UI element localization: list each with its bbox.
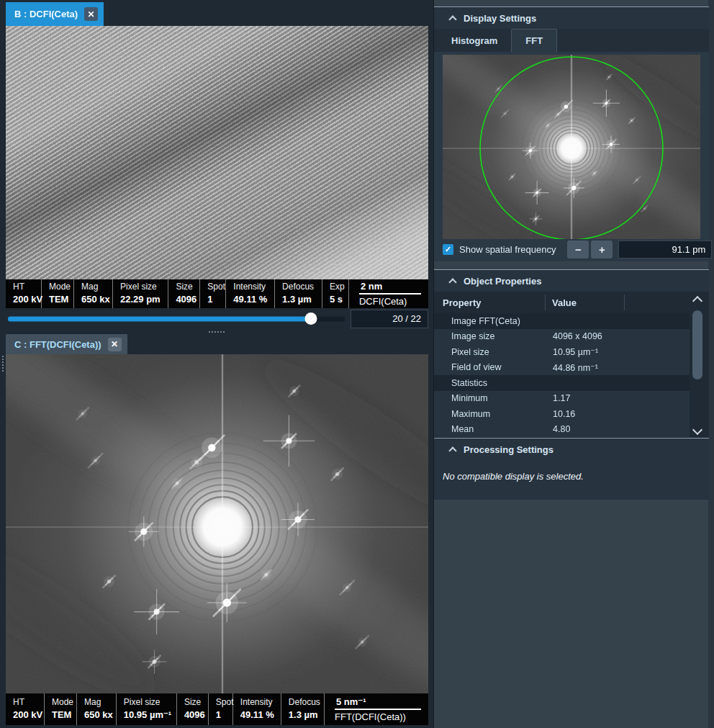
chevron-up-icon bbox=[448, 15, 456, 23]
close-icon[interactable]: ✕ bbox=[108, 338, 122, 351]
hrtem-grain bbox=[6, 26, 428, 279]
meta-exp: Exp5 s bbox=[322, 279, 349, 308]
scrollbar-thumb[interactable] bbox=[692, 310, 702, 379]
object-properties-title: Object Properties bbox=[464, 276, 541, 287]
tab-fft[interactable]: FFT bbox=[511, 29, 557, 52]
show-spatial-frequency-checkbox[interactable]: ✓ bbox=[443, 244, 453, 255]
table-rows: Image FFT(Ceta)Image size4096 x 4096Pixe… bbox=[434, 313, 690, 438]
spatial-frequency-input[interactable]: 91.1 pm bbox=[618, 241, 712, 259]
table-row: Statistics bbox=[434, 375, 690, 391]
chevron-up-icon bbox=[448, 278, 456, 286]
fft-image bbox=[6, 354, 428, 693]
slider-fill bbox=[8, 316, 311, 321]
slider-track[interactable] bbox=[8, 316, 345, 321]
horizontal-splitter-handle[interactable] bbox=[0, 330, 433, 333]
frame-slider-row: 20 / 22 bbox=[6, 309, 428, 328]
decrease-frequency-button[interactable]: − bbox=[567, 241, 589, 259]
display-settings-tabbar: Histogram FFT bbox=[434, 29, 709, 52]
image-b-metadata-bar: HT200 kVModeTEMMag650 kxPixel size22.29 … bbox=[6, 279, 428, 308]
chevron-up-icon bbox=[448, 446, 456, 454]
fft-preview-section: ✓ Show spatial frequency − + 91.1 pm bbox=[434, 52, 709, 261]
spatial-frequency-row: ✓ Show spatial frequency − + 91.1 pm bbox=[434, 240, 709, 259]
image-viewports: B : DCFI(Ceta) ✕ HT200 kVModeTEMMag650 k… bbox=[0, 0, 433, 728]
display-settings-title: Display Settings bbox=[464, 13, 536, 24]
meta-mode: ModeTEM bbox=[45, 693, 77, 725]
image-c-metadata-bar: HT200 kVModeTEMMag650 kxPixel size10.95 … bbox=[6, 693, 428, 725]
table-row: Maximum10.16 bbox=[434, 406, 690, 422]
tab-image-b[interactable]: B : DCFI(Ceta) ✕ bbox=[6, 2, 104, 26]
table-row: Image FFT(Ceta) bbox=[434, 313, 690, 329]
image-b-canvas[interactable]: HT200 kVModeTEMMag650 kxPixel size22.29 … bbox=[6, 26, 428, 308]
meta-pixel-size: Pixel size10.95 µm⁻¹ bbox=[117, 693, 177, 725]
table-row: Minimum1.17 bbox=[434, 391, 690, 407]
meta-ht: HT200 kV bbox=[6, 693, 45, 725]
table-scrollbar[interactable] bbox=[692, 295, 704, 436]
processing-settings-message: No compatible display is selected. bbox=[434, 460, 709, 500]
meta-pixel-size: Pixel size22.29 pm bbox=[113, 279, 168, 308]
meta-intensity: Intensity49.11 % bbox=[226, 279, 275, 308]
table-header: Property Value bbox=[434, 292, 709, 313]
increase-frequency-button[interactable]: + bbox=[591, 241, 613, 259]
slider-thumb[interactable] bbox=[305, 313, 317, 325]
meta-intensity: Intensity49.11 % bbox=[233, 693, 281, 725]
object-properties-table: Property Value Image FFT(Ceta)Image size… bbox=[434, 292, 709, 438]
table-row: Pixel size10.95 µm⁻¹ bbox=[434, 344, 690, 360]
tab-image-c[interactable]: C : FFT(DCFI(Ceta)) ✕ bbox=[6, 334, 127, 354]
settings-panel: Display Settings Histogram FFT ✓ Show sp… bbox=[433, 0, 714, 728]
close-icon[interactable]: ✕ bbox=[84, 7, 98, 21]
frame-slider[interactable] bbox=[6, 309, 351, 328]
meta-spot: Spot1 bbox=[209, 693, 233, 725]
column-value: Value bbox=[546, 295, 625, 310]
tab-image-c-label: C : FFT(DCFI(Ceta)) bbox=[14, 339, 101, 350]
display-settings-header[interactable]: Display Settings bbox=[434, 6, 709, 29]
table-row: Image size4096 x 4096 bbox=[434, 329, 690, 345]
object-properties-header[interactable]: Object Properties bbox=[434, 269, 709, 292]
fft-preview-image[interactable] bbox=[443, 55, 700, 239]
meta-mode: ModeTEM bbox=[42, 279, 74, 308]
meta-defocus: Defocus1.3 µm bbox=[275, 279, 322, 308]
table-row: Field of view44.86 nm⁻¹ bbox=[434, 360, 690, 376]
meta-defocus: Defocus1.3 µm bbox=[281, 693, 325, 725]
meta-mag: Mag650 kx bbox=[77, 693, 117, 725]
meta-ht: HT200 kV bbox=[6, 279, 42, 308]
processing-settings-header[interactable]: Processing Settings bbox=[434, 438, 709, 460]
meta-spot: Spot1 bbox=[200, 279, 226, 308]
column-property: Property bbox=[434, 295, 546, 310]
scroll-up-icon[interactable] bbox=[692, 296, 702, 306]
spatial-frequency-label: Show spatial frequency bbox=[459, 244, 556, 255]
meta-size: Size4096 bbox=[177, 693, 209, 725]
scale-bar: 5 nm⁻¹FFT(DCFI(Ceta)) bbox=[325, 693, 428, 725]
meta-size: Size4096 bbox=[168, 279, 200, 308]
tab-image-b-label: B : DCFI(Ceta) bbox=[14, 9, 78, 19]
processing-settings-title: Processing Settings bbox=[464, 444, 553, 455]
velox-window: B : DCFI(Ceta) ✕ HT200 kVModeTEMMag650 k… bbox=[0, 0, 714, 728]
scale-bar: 2 nmDCFI(Ceta) bbox=[349, 279, 428, 308]
table-row: Mean4.80 bbox=[434, 422, 690, 438]
scroll-down-icon[interactable] bbox=[692, 425, 702, 435]
meta-mag: Mag650 kx bbox=[74, 279, 113, 308]
panel-gutter bbox=[708, 0, 714, 728]
vertical-splitter-handle[interactable] bbox=[1, 356, 4, 373]
frame-counter: 20 / 22 bbox=[351, 310, 428, 328]
tab-histogram[interactable]: Histogram bbox=[438, 29, 511, 52]
image-c-canvas[interactable]: HT200 kVModeTEMMag650 kxPixel size10.95 … bbox=[6, 354, 428, 725]
